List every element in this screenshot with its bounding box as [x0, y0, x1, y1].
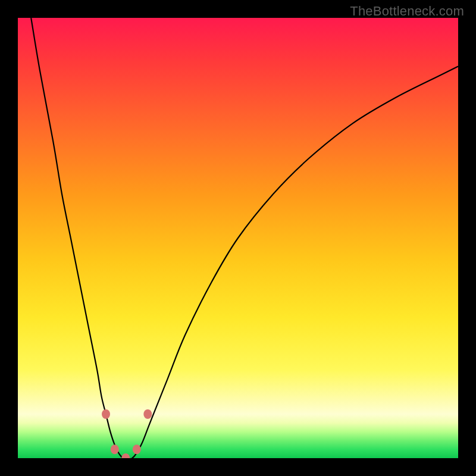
- curve-svg: [18, 18, 458, 458]
- bottleneck-curve: [31, 18, 458, 458]
- curve-marker-3: [133, 444, 141, 454]
- plot-area: [18, 18, 458, 458]
- curve-markers: [102, 409, 152, 458]
- curve-marker-1: [111, 444, 119, 454]
- watermark-text: TheBottleneck.com: [350, 4, 464, 19]
- curve-marker-0: [102, 409, 110, 419]
- curve-marker-4: [143, 409, 152, 419]
- curve-marker-2: [121, 453, 130, 458]
- chart-frame: TheBottleneck.com: [0, 0, 476, 476]
